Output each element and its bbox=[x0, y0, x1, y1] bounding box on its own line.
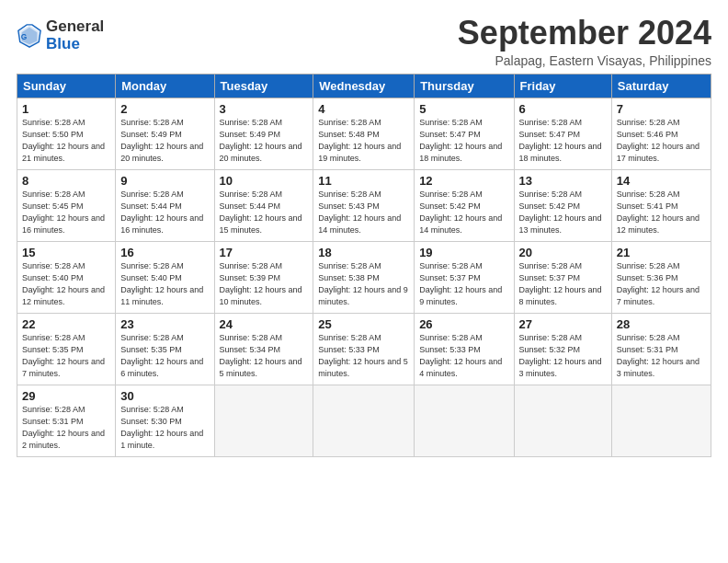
day-cell-1: 1Sunrise: 5:28 AMSunset: 5:50 PMDaylight… bbox=[17, 98, 116, 169]
day-number: 26 bbox=[419, 317, 508, 331]
col-thursday: Thursday bbox=[415, 74, 514, 98]
day-cell-5: 5Sunrise: 5:28 AMSunset: 5:47 PMDaylight… bbox=[415, 98, 514, 169]
day-number: 13 bbox=[519, 174, 607, 188]
day-number: 14 bbox=[617, 174, 706, 188]
location: Palapag, Eastern Visayas, Philippines bbox=[458, 53, 711, 68]
day-info: Sunrise: 5:28 AMSunset: 5:44 PMDaylight:… bbox=[220, 189, 309, 236]
month-title: September 2024 bbox=[458, 15, 711, 52]
day-number: 24 bbox=[220, 317, 309, 331]
day-info: Sunrise: 5:28 AMSunset: 5:31 PMDaylight:… bbox=[22, 404, 110, 452]
logo-icon: G bbox=[17, 23, 42, 49]
day-info: Sunrise: 5:28 AMSunset: 5:39 PMDaylight:… bbox=[220, 260, 309, 308]
empty-cell bbox=[214, 385, 313, 456]
day-cell-6: 6Sunrise: 5:28 AMSunset: 5:47 PMDaylight… bbox=[514, 98, 611, 169]
day-number: 10 bbox=[220, 174, 309, 188]
day-cell-3: 3Sunrise: 5:28 AMSunset: 5:49 PMDaylight… bbox=[214, 98, 313, 169]
header: G General Blue September 2024 Palapag, E… bbox=[17, 15, 711, 68]
logo: G General Blue bbox=[17, 18, 104, 52]
day-cell-2: 2Sunrise: 5:28 AMSunset: 5:49 PMDaylight… bbox=[116, 98, 214, 169]
day-cell-12: 12Sunrise: 5:28 AMSunset: 5:42 PMDayligh… bbox=[415, 169, 514, 241]
day-number: 18 bbox=[318, 246, 409, 259]
day-number: 1 bbox=[22, 102, 110, 116]
day-cell-9: 9Sunrise: 5:28 AMSunset: 5:44 PMDaylight… bbox=[116, 169, 214, 241]
day-info: Sunrise: 5:28 AMSunset: 5:35 PMDaylight:… bbox=[120, 332, 209, 380]
day-cell-22: 22Sunrise: 5:28 AMSunset: 5:35 PMDayligh… bbox=[17, 313, 116, 385]
day-info: Sunrise: 5:28 AMSunset: 5:40 PMDaylight:… bbox=[120, 260, 209, 308]
day-number: 22 bbox=[22, 317, 110, 331]
col-monday: Monday bbox=[116, 74, 214, 98]
day-info: Sunrise: 5:28 AMSunset: 5:42 PMDaylight:… bbox=[519, 189, 607, 236]
page: G General Blue September 2024 Palapag, E… bbox=[0, 0, 728, 466]
day-number: 9 bbox=[120, 174, 209, 188]
day-info: Sunrise: 5:28 AMSunset: 5:45 PMDaylight:… bbox=[22, 189, 110, 236]
day-info: Sunrise: 5:28 AMSunset: 5:37 PMDaylight:… bbox=[419, 260, 508, 308]
logo-general: General bbox=[46, 17, 104, 35]
day-info: Sunrise: 5:28 AMSunset: 5:48 PMDaylight:… bbox=[318, 117, 409, 165]
day-info: Sunrise: 5:28 AMSunset: 5:49 PMDaylight:… bbox=[120, 117, 209, 165]
day-cell-7: 7Sunrise: 5:28 AMSunset: 5:46 PMDaylight… bbox=[611, 98, 711, 169]
day-info: Sunrise: 5:28 AMSunset: 5:33 PMDaylight:… bbox=[419, 332, 508, 380]
day-number: 2 bbox=[120, 102, 209, 116]
calendar-table: Sunday Monday Tuesday Wednesday Thursday… bbox=[17, 74, 711, 457]
logo-blue: Blue bbox=[46, 36, 104, 53]
day-cell-30: 30Sunrise: 5:28 AMSunset: 5:30 PMDayligh… bbox=[116, 385, 214, 456]
title-block: September 2024 Palapag, Eastern Visayas,… bbox=[458, 15, 711, 68]
day-info: Sunrise: 5:28 AMSunset: 5:41 PMDaylight:… bbox=[617, 189, 706, 236]
day-info: Sunrise: 5:28 AMSunset: 5:49 PMDaylight:… bbox=[220, 117, 309, 165]
day-number: 23 bbox=[120, 317, 209, 331]
col-wednesday: Wednesday bbox=[313, 74, 415, 98]
col-saturday: Saturday bbox=[611, 74, 711, 98]
col-sunday: Sunday bbox=[17, 74, 116, 98]
day-cell-4: 4Sunrise: 5:28 AMSunset: 5:48 PMDaylight… bbox=[313, 98, 415, 169]
day-number: 25 bbox=[318, 317, 409, 331]
day-number: 12 bbox=[419, 174, 508, 188]
day-info: Sunrise: 5:28 AMSunset: 5:47 PMDaylight:… bbox=[519, 117, 607, 165]
day-cell-28: 28Sunrise: 5:28 AMSunset: 5:31 PMDayligh… bbox=[611, 313, 711, 385]
day-number: 29 bbox=[22, 389, 110, 403]
day-number: 28 bbox=[617, 317, 706, 331]
calendar-header-row: Sunday Monday Tuesday Wednesday Thursday… bbox=[17, 74, 711, 98]
day-info: Sunrise: 5:28 AMSunset: 5:40 PMDaylight:… bbox=[22, 260, 110, 308]
day-number: 7 bbox=[617, 102, 706, 116]
day-info: Sunrise: 5:28 AMSunset: 5:32 PMDaylight:… bbox=[519, 332, 607, 380]
day-info: Sunrise: 5:28 AMSunset: 5:34 PMDaylight:… bbox=[220, 332, 309, 380]
day-number: 20 bbox=[519, 246, 607, 259]
week-row-4: 22Sunrise: 5:28 AMSunset: 5:35 PMDayligh… bbox=[17, 313, 711, 385]
week-row-3: 15Sunrise: 5:28 AMSunset: 5:40 PMDayligh… bbox=[17, 241, 711, 313]
day-cell-15: 15Sunrise: 5:28 AMSunset: 5:40 PMDayligh… bbox=[17, 241, 116, 313]
day-info: Sunrise: 5:28 AMSunset: 5:33 PMDaylight:… bbox=[318, 332, 409, 380]
empty-cell bbox=[514, 385, 611, 456]
empty-cell bbox=[313, 385, 415, 456]
day-number: 21 bbox=[617, 246, 706, 259]
day-info: Sunrise: 5:28 AMSunset: 5:38 PMDaylight:… bbox=[318, 260, 409, 308]
day-cell-8: 8Sunrise: 5:28 AMSunset: 5:45 PMDaylight… bbox=[17, 169, 116, 241]
day-cell-20: 20Sunrise: 5:28 AMSunset: 5:37 PMDayligh… bbox=[514, 241, 611, 313]
day-number: 6 bbox=[519, 102, 607, 116]
logo-text: General Blue bbox=[46, 18, 104, 52]
day-number: 4 bbox=[318, 102, 409, 116]
day-cell-26: 26Sunrise: 5:28 AMSunset: 5:33 PMDayligh… bbox=[415, 313, 514, 385]
day-info: Sunrise: 5:28 AMSunset: 5:46 PMDaylight:… bbox=[617, 117, 706, 165]
day-cell-19: 19Sunrise: 5:28 AMSunset: 5:37 PMDayligh… bbox=[415, 241, 514, 313]
day-cell-21: 21Sunrise: 5:28 AMSunset: 5:36 PMDayligh… bbox=[611, 241, 711, 313]
day-number: 3 bbox=[220, 102, 309, 116]
day-cell-14: 14Sunrise: 5:28 AMSunset: 5:41 PMDayligh… bbox=[611, 169, 711, 241]
day-cell-16: 16Sunrise: 5:28 AMSunset: 5:40 PMDayligh… bbox=[116, 241, 214, 313]
day-number: 27 bbox=[519, 317, 607, 331]
day-cell-23: 23Sunrise: 5:28 AMSunset: 5:35 PMDayligh… bbox=[116, 313, 214, 385]
day-cell-11: 11Sunrise: 5:28 AMSunset: 5:43 PMDayligh… bbox=[313, 169, 415, 241]
day-number: 8 bbox=[22, 174, 110, 188]
day-number: 19 bbox=[419, 246, 508, 259]
empty-cell bbox=[611, 385, 711, 456]
col-tuesday: Tuesday bbox=[214, 74, 313, 98]
day-number: 16 bbox=[120, 246, 209, 259]
day-cell-17: 17Sunrise: 5:28 AMSunset: 5:39 PMDayligh… bbox=[214, 241, 313, 313]
day-cell-10: 10Sunrise: 5:28 AMSunset: 5:44 PMDayligh… bbox=[214, 169, 313, 241]
day-cell-18: 18Sunrise: 5:28 AMSunset: 5:38 PMDayligh… bbox=[313, 241, 415, 313]
day-cell-27: 27Sunrise: 5:28 AMSunset: 5:32 PMDayligh… bbox=[514, 313, 611, 385]
day-number: 5 bbox=[419, 102, 508, 116]
day-info: Sunrise: 5:28 AMSunset: 5:43 PMDaylight:… bbox=[318, 189, 409, 236]
empty-cell bbox=[415, 385, 514, 456]
day-info: Sunrise: 5:28 AMSunset: 5:44 PMDaylight:… bbox=[120, 189, 209, 236]
day-info: Sunrise: 5:28 AMSunset: 5:37 PMDaylight:… bbox=[519, 260, 607, 308]
